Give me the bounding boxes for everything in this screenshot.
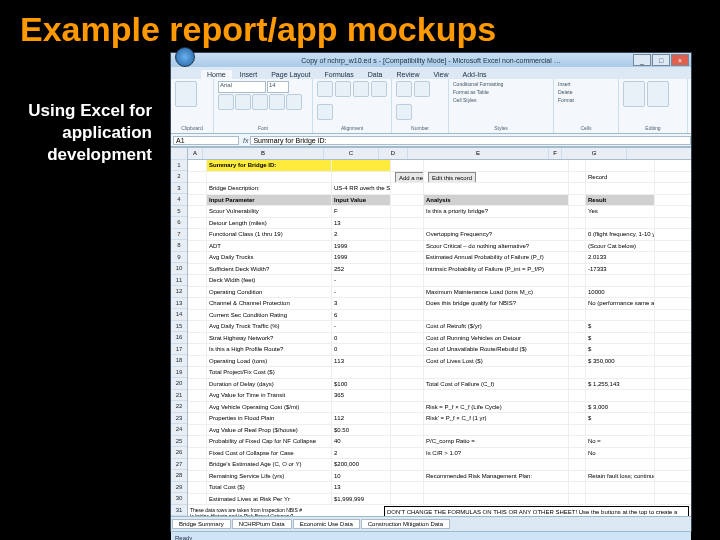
cell[interactable] <box>424 310 569 321</box>
cell[interactable] <box>391 379 424 390</box>
cell[interactable] <box>424 218 569 229</box>
cell[interactable]: 1999 <box>332 252 391 263</box>
cell[interactable]: $1,999,999 <box>332 494 391 505</box>
cell[interactable]: 0 <box>332 344 391 355</box>
cell[interactable] <box>188 425 207 436</box>
format-as-table-button[interactable]: Format as Table <box>453 89 549 95</box>
cell[interactable] <box>586 494 655 505</box>
cell[interactable] <box>569 344 586 355</box>
cell[interactable] <box>188 321 207 332</box>
cell[interactable]: Strat Highway Network? <box>207 333 332 344</box>
cell[interactable]: Duration of Delay (days) <box>207 379 332 390</box>
cell[interactable] <box>586 275 655 286</box>
cell[interactable]: Operating Load (tons) <box>207 356 332 367</box>
fill-color-icon[interactable] <box>286 94 302 110</box>
cell[interactable]: $0.50 <box>332 425 391 436</box>
cell[interactable] <box>188 459 207 470</box>
cell[interactable] <box>391 436 424 447</box>
cell[interactable]: Detour Length (miles) <box>207 218 332 229</box>
cell[interactable]: 3 <box>332 298 391 309</box>
cell[interactable]: Avg Value of Real Prop ($/house) <box>207 425 332 436</box>
cell[interactable] <box>188 195 207 206</box>
cell[interactable]: US-4 RR overh the SVRR on es Lane <box>332 183 391 194</box>
add-record-button[interactable]: Add a new record <box>395 172 424 183</box>
col-G[interactable]: G <box>562 148 627 159</box>
cell[interactable]: Cost of Retrofit ($/yr) <box>424 321 569 332</box>
cell[interactable]: 0 (flight frequency, 1-10 years) <box>586 229 655 240</box>
cell[interactable]: 2.0133 <box>586 252 655 263</box>
cell[interactable] <box>391 160 424 171</box>
cell[interactable]: 10 <box>332 471 391 482</box>
cell[interactable]: No <box>586 448 655 459</box>
cell[interactable]: $ 350,000 <box>586 356 655 367</box>
cell-styles-button[interactable]: Cell Styles <box>453 97 549 103</box>
col-A[interactable]: A <box>188 148 203 159</box>
cell[interactable] <box>188 287 207 298</box>
cell[interactable] <box>188 402 207 413</box>
cell[interactable]: Scour Vulnerability <box>207 206 332 217</box>
office-button[interactable] <box>175 47 195 67</box>
cell[interactable]: 2 <box>332 229 391 240</box>
paste-icon[interactable] <box>175 81 197 107</box>
cell[interactable] <box>391 344 424 355</box>
cell[interactable]: Estimated Lives at Risk Per Yr <box>207 494 332 505</box>
align-center-icon[interactable] <box>335 81 351 97</box>
cell[interactable] <box>569 436 586 447</box>
cell[interactable] <box>391 206 424 217</box>
cell[interactable]: Total Project/Fix Cost ($) <box>207 367 332 378</box>
cell[interactable] <box>188 494 207 505</box>
cell[interactable]: Estimated Annual Probability of Failure … <box>424 252 569 263</box>
cell[interactable] <box>188 310 207 321</box>
cell[interactable] <box>188 252 207 263</box>
cell[interactable]: Overtopping Frequency? <box>424 229 569 240</box>
cell[interactable] <box>188 298 207 309</box>
cell[interactable] <box>188 367 207 378</box>
find-select-icon[interactable] <box>647 81 669 107</box>
tab-formulas[interactable]: Formulas <box>319 70 360 79</box>
cell[interactable] <box>586 425 655 436</box>
cell[interactable] <box>569 471 586 482</box>
cell[interactable]: 40 <box>332 436 391 447</box>
cell[interactable]: Operating Condition <box>207 287 332 298</box>
cell[interactable]: - <box>332 275 391 286</box>
cell[interactable]: $200,000 <box>332 459 391 470</box>
align-right-icon[interactable] <box>353 81 369 97</box>
cell[interactable]: Cost of Lives Lost ($) <box>424 356 569 367</box>
cell[interactable] <box>569 356 586 367</box>
cell[interactable] <box>391 310 424 321</box>
cell[interactable] <box>188 379 207 390</box>
cell[interactable]: Is this a High Profile Route? <box>207 344 332 355</box>
cell[interactable]: Intrinsic Probability of Failure (P_int … <box>424 264 569 275</box>
cell[interactable] <box>391 413 424 424</box>
cell[interactable] <box>332 160 391 171</box>
col-D[interactable]: D <box>379 148 408 159</box>
cell[interactable] <box>188 183 207 194</box>
cell[interactable] <box>332 367 391 378</box>
cell[interactable] <box>188 390 207 401</box>
cell[interactable] <box>188 413 207 424</box>
cell[interactable]: P/C_comp Ratio = <box>424 436 569 447</box>
cell[interactable] <box>188 206 207 217</box>
cell[interactable] <box>391 264 424 275</box>
cell[interactable] <box>424 425 569 436</box>
cell[interactable] <box>569 287 586 298</box>
cell[interactable]: Risk' = P_f × C_f (1 yr) <box>424 413 569 424</box>
cell[interactable]: Retain fault loss; continue inspection a… <box>586 471 655 482</box>
cell[interactable]: Remaining Service Life (yrs) <box>207 471 332 482</box>
cell[interactable] <box>188 218 207 229</box>
col-E[interactable]: E <box>408 148 549 159</box>
cell[interactable] <box>569 379 586 390</box>
cell[interactable]: Input Parameter <box>207 195 332 206</box>
cell[interactable]: Input Value <box>332 195 391 206</box>
merge-icon[interactable] <box>317 104 333 120</box>
cell[interactable] <box>188 241 207 252</box>
fx-icon[interactable]: fx <box>243 137 248 144</box>
cell[interactable]: Cost of Running Vehicles on Detour <box>424 333 569 344</box>
cell[interactable] <box>569 264 586 275</box>
cell[interactable] <box>569 390 586 401</box>
cell[interactable] <box>391 333 424 344</box>
cell[interactable]: Cost of Unavailable Route/Rebuild ($) <box>424 344 569 355</box>
cell[interactable]: $ <box>586 333 655 344</box>
cell[interactable] <box>391 356 424 367</box>
cell[interactable] <box>569 298 586 309</box>
